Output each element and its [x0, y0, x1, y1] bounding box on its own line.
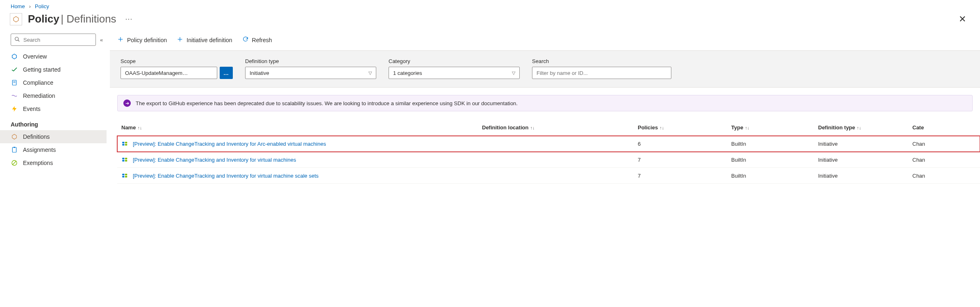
- svg-rect-24: [125, 160, 127, 162]
- toolbar: Policy definition Initiative definition …: [110, 34, 980, 50]
- col-category[interactable]: Cate: [908, 121, 980, 136]
- toolbar-label: Policy definition: [127, 37, 167, 43]
- definition-name-link[interactable]: [Preview]: Enable ChangeTracking and Inv…: [133, 141, 326, 147]
- breadcrumb: Home › Policy: [0, 0, 980, 11]
- close-button[interactable]: ✕: [955, 14, 970, 25]
- nav-label: Compliance: [23, 79, 53, 86]
- cell-category: Chan: [908, 152, 980, 168]
- filter-category-value: 1 categories: [393, 70, 422, 76]
- breadcrumb-home[interactable]: Home: [11, 3, 25, 9]
- sidebar-search-input[interactable]: [11, 34, 96, 46]
- header-more-button[interactable]: ···: [122, 13, 136, 25]
- cell-policies: 7: [634, 152, 727, 168]
- add-policy-definition-button[interactable]: Policy definition: [117, 36, 167, 44]
- deprecation-banner: ➜ The export to GitHub experience has be…: [117, 95, 973, 111]
- nav-label: Definitions: [23, 133, 50, 140]
- breadcrumb-policy[interactable]: Policy: [35, 3, 49, 9]
- svg-line-12: [12, 161, 16, 165]
- refresh-icon: [242, 36, 249, 44]
- cell-policies: 6: [634, 136, 727, 152]
- breadcrumb-sep: ›: [29, 3, 31, 9]
- plus-icon: [117, 36, 124, 44]
- initiative-icon: [121, 156, 129, 163]
- search-icon: [14, 36, 20, 43]
- nav-assignments[interactable]: Assignments: [0, 143, 107, 156]
- nav-section-authoring: Authoring: [0, 115, 107, 130]
- assignments-icon: [11, 147, 18, 153]
- filter-category-select[interactable]: 1 categories ▽: [389, 67, 520, 79]
- page-title-bold: Policy: [28, 13, 59, 25]
- banner-text: The export to GitHub experience has been…: [136, 100, 518, 106]
- table-row[interactable]: [Preview]: Enable ChangeTracking and Inv…: [117, 168, 980, 184]
- cell-category: Chan: [908, 168, 980, 184]
- sidebar-search-field[interactable]: [23, 37, 92, 43]
- col-policies[interactable]: Policies↑↓: [634, 121, 727, 136]
- content-area: Policy definition Initiative definition …: [110, 34, 980, 184]
- nav-exemptions[interactable]: Exemptions: [0, 156, 107, 169]
- toolbar-label: Initiative definition: [186, 37, 232, 43]
- cell-policies: 7: [634, 168, 727, 184]
- cell-type: BuiltIn: [727, 136, 814, 152]
- cell-location: [478, 168, 634, 184]
- svg-rect-22: [122, 160, 124, 162]
- add-initiative-definition-button[interactable]: Initiative definition: [177, 36, 232, 44]
- svg-rect-17: [122, 142, 124, 144]
- svg-rect-5: [13, 81, 15, 82]
- nav-events[interactable]: Events: [0, 102, 107, 115]
- svg-rect-20: [125, 144, 127, 146]
- cell-location: [478, 152, 634, 168]
- definition-name-link[interactable]: [Preview]: Enable ChangeTracking and Inv…: [133, 157, 296, 163]
- nav-label: Remediation: [23, 93, 55, 99]
- refresh-button[interactable]: Refresh: [242, 36, 272, 44]
- events-icon: [11, 106, 18, 112]
- filter-deftype-group: Definition type Initiative ▽: [245, 58, 376, 79]
- filter-category-label: Category: [389, 58, 520, 64]
- cell-deftype: Initiative: [814, 152, 908, 168]
- definition-name-link[interactable]: [Preview]: Enable ChangeTracking and Inv…: [133, 173, 318, 179]
- sort-icon: ↑↓: [857, 125, 861, 130]
- nav-compliance[interactable]: Compliance: [0, 76, 107, 89]
- definitions-icon: [11, 133, 18, 140]
- col-name[interactable]: Name↑↓: [117, 121, 478, 136]
- chevron-down-icon: ▽: [512, 70, 515, 76]
- svg-rect-10: [14, 147, 15, 148]
- sidebar-collapse-button[interactable]: «: [100, 37, 103, 43]
- filter-scope-select[interactable]: OAAS-UpdateManagem…: [121, 67, 217, 79]
- filter-search-label: Search: [532, 58, 671, 64]
- col-deftype[interactable]: Definition type↑↓: [814, 121, 908, 136]
- filter-scope-group: Scope OAAS-UpdateManagem… …: [121, 58, 233, 79]
- filter-deftype-label: Definition type: [245, 58, 376, 64]
- nav-overview[interactable]: Overview: [0, 50, 107, 63]
- cell-type: BuiltIn: [727, 152, 814, 168]
- filter-search-input[interactable]: [532, 67, 671, 79]
- col-type[interactable]: Type↑↓: [727, 121, 814, 136]
- filter-scope-label: Scope: [121, 58, 233, 64]
- table-row[interactable]: [Preview]: Enable ChangeTracking and Inv…: [117, 136, 980, 152]
- svg-rect-27: [125, 174, 127, 176]
- sort-icon: ↑↓: [745, 125, 749, 130]
- svg-rect-6: [13, 82, 15, 83]
- svg-marker-7: [12, 106, 17, 111]
- nav-label: Exemptions: [23, 160, 53, 166]
- svg-rect-9: [12, 147, 16, 152]
- cell-category: Chan: [908, 136, 980, 152]
- table-row[interactable]: [Preview]: Enable ChangeTracking and Inv…: [117, 152, 980, 168]
- svg-rect-19: [125, 142, 127, 144]
- filter-search-field[interactable]: [537, 70, 667, 76]
- svg-point-1: [15, 37, 18, 40]
- svg-rect-28: [125, 176, 127, 178]
- nav-getting-started[interactable]: Getting started: [0, 63, 107, 76]
- sort-icon: ↑↓: [530, 125, 534, 130]
- nav-label: Overview: [23, 53, 47, 60]
- policy-icon: [10, 13, 22, 25]
- col-location[interactable]: Definition location↑↓: [478, 121, 634, 136]
- plus-icon: [177, 36, 183, 44]
- cell-deftype: Initiative: [814, 168, 908, 184]
- nav-remediation[interactable]: Remediation: [0, 89, 107, 102]
- nav-definitions[interactable]: Definitions: [0, 130, 107, 143]
- page-header: Policy | Definitions ··· ✕: [0, 11, 980, 34]
- cell-type: BuiltIn: [727, 168, 814, 184]
- filter-deftype-select[interactable]: Initiative ▽: [245, 67, 376, 79]
- scope-picker-button[interactable]: …: [220, 67, 233, 79]
- filter-category-group: Category 1 categories ▽: [389, 58, 520, 79]
